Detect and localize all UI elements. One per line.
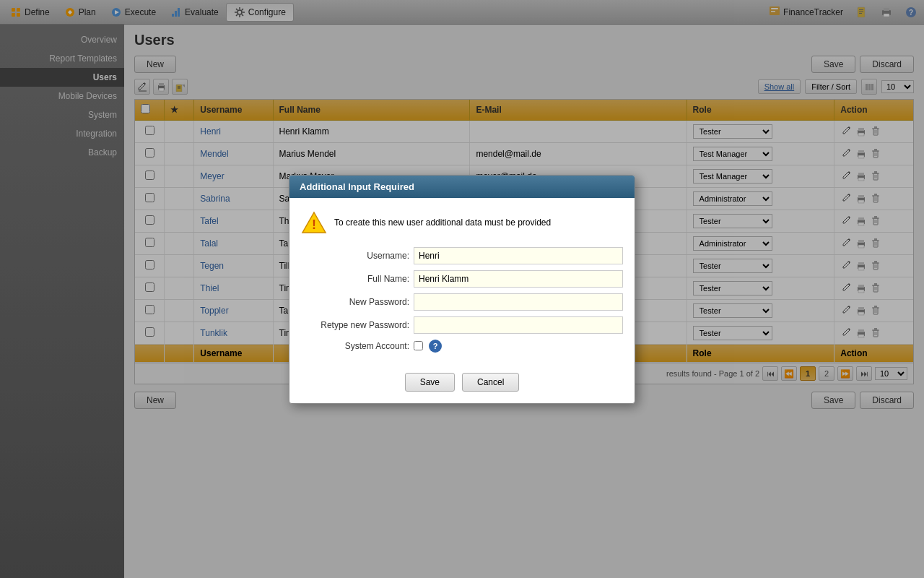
help-icon[interactable]: ? (429, 340, 442, 353)
username-input[interactable] (414, 247, 623, 264)
fullname-input[interactable] (414, 270, 623, 288)
modal-form: Username: Full Name: New Password: Retyp… (301, 247, 623, 353)
system-account-label: System Account: (301, 341, 409, 351)
modal-save-button[interactable]: Save (405, 373, 455, 392)
system-account-checkbox[interactable] (414, 341, 423, 350)
retype-password-input[interactable] (414, 316, 623, 334)
svg-text:!: ! (312, 217, 316, 232)
modal-footer: Save Cancel (289, 364, 635, 403)
modal-body: ! To create this new user additional dat… (289, 198, 635, 364)
modal-title: Additional Input Required (300, 181, 414, 192)
username-label: Username: (301, 251, 409, 261)
warning-icon: ! (301, 210, 327, 236)
system-account-row: ? (414, 340, 623, 353)
retype-password-label: Retype new Password: (301, 320, 409, 330)
modal-cancel-button[interactable]: Cancel (462, 373, 519, 392)
fullname-label: Full Name: (301, 274, 409, 284)
new-password-input[interactable] (414, 293, 623, 311)
modal-header: Additional Input Required (289, 176, 635, 198)
modal-overlay: Additional Input Required ! To create th… (0, 0, 924, 578)
new-password-label: New Password: (301, 297, 409, 307)
additional-input-modal: Additional Input Required ! To create th… (289, 175, 635, 404)
warning-row: ! To create this new user additional dat… (301, 210, 623, 236)
warning-text: To create this new user additional data … (334, 217, 551, 228)
